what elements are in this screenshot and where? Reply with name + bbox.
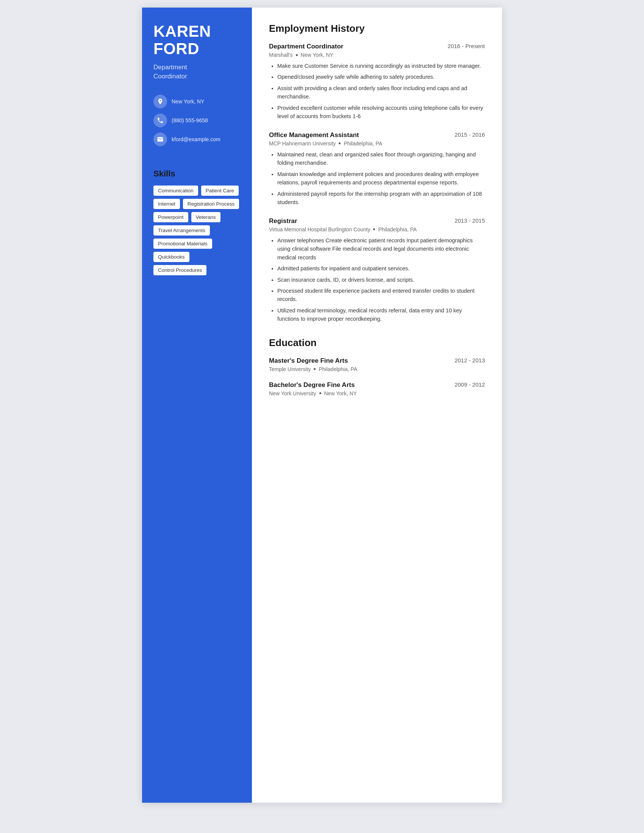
separator-dot bbox=[373, 228, 375, 230]
job-bullet-item: Maintain knowledge and implement policie… bbox=[277, 170, 485, 187]
candidate-name: KAREN FORD bbox=[153, 23, 241, 58]
job-dates: 2015 - 2016 bbox=[455, 131, 485, 138]
job-bullet-item: Answer telephones Create electronic pati… bbox=[277, 236, 485, 262]
separator-dot bbox=[314, 368, 316, 370]
job-bullet-item: Provided excellent customer while resolv… bbox=[277, 104, 485, 121]
job-title: Office Management Assistant bbox=[269, 131, 359, 139]
contact-section: New York, NY (880) 555-9658 kford@exampl… bbox=[153, 95, 241, 146]
separator-dot bbox=[339, 142, 341, 144]
separator-dot bbox=[296, 54, 298, 56]
skill-tag: Veterans bbox=[191, 212, 221, 222]
job-bullet-item: Administered payroll reports for the int… bbox=[277, 190, 485, 207]
job-dates: 2013 - 2015 bbox=[455, 217, 485, 224]
skill-tag: Powerpoint bbox=[153, 212, 188, 222]
email-text: kford@example.com bbox=[172, 136, 221, 142]
edu-school: New York University New York, NY bbox=[269, 391, 485, 396]
education-section: Education Master's Degree Fine Arts2012 … bbox=[269, 337, 485, 396]
edu-dates: 2012 - 2013 bbox=[455, 357, 485, 363]
contact-phone: (880) 555-9658 bbox=[153, 114, 241, 127]
contact-location: New York, NY bbox=[153, 95, 241, 108]
job-bullet-item: Make sure Customer Service is running ac… bbox=[277, 62, 485, 70]
employment-section: Employment History Department Coordinato… bbox=[269, 23, 485, 323]
skill-tag: Promotional Materials bbox=[153, 238, 212, 249]
edu-header: Bachelor's Degree Fine Arts2009 - 2012 bbox=[269, 381, 485, 389]
skills-heading: Skills bbox=[153, 169, 241, 179]
edu-header: Master's Degree Fine Arts2012 - 2013 bbox=[269, 357, 485, 365]
skill-tag: Patient Care bbox=[201, 185, 239, 196]
contact-email: kford@example.com bbox=[153, 132, 241, 146]
job-company: MCP Hahnemann University Philadelphia, P… bbox=[269, 140, 485, 146]
job-bullet-item: Assist with providing a clean and orderl… bbox=[277, 84, 485, 101]
skill-tag: Registration Process bbox=[183, 199, 240, 209]
candidate-title: DepartmentCoordinator bbox=[153, 63, 241, 81]
education-entry: Bachelor's Degree Fine Arts2009 - 2012Ne… bbox=[269, 381, 485, 396]
job-header: Registrar2013 - 2015 bbox=[269, 217, 485, 225]
skill-tag: Quickbooks bbox=[153, 252, 189, 262]
job-bullets: Maintained neat, clean and organized sal… bbox=[269, 150, 485, 207]
resume-container: KAREN FORD DepartmentCoordinator New Yor… bbox=[142, 8, 502, 803]
job-entry: Office Management Assistant2015 - 2016MC… bbox=[269, 131, 485, 207]
job-header: Department Coordinator2016 - Present bbox=[269, 43, 485, 50]
skill-tag: Control Procedures bbox=[153, 265, 206, 275]
job-bullet-item: Processed student life experience packet… bbox=[277, 286, 485, 304]
employment-heading: Employment History bbox=[269, 23, 485, 34]
edu-dates: 2009 - 2012 bbox=[455, 381, 485, 388]
skills-section: Skills CommunicationPatient CareInternet… bbox=[153, 169, 241, 275]
edu-degree: Master's Degree Fine Arts bbox=[269, 357, 348, 365]
job-bullets: Make sure Customer Service is running ac… bbox=[269, 62, 485, 121]
job-dates: 2016 - Present bbox=[448, 43, 485, 49]
job-bullet-item: Maintained neat, clean and organized sal… bbox=[277, 150, 485, 167]
job-title: Department Coordinator bbox=[269, 43, 343, 50]
phone-icon bbox=[153, 114, 167, 127]
job-entry: Registrar2013 - 2015Virtua Memorial Hosp… bbox=[269, 217, 485, 323]
job-title: Registrar bbox=[269, 217, 297, 225]
job-bullet-item: Admitted patients for inpatient and outp… bbox=[277, 264, 485, 273]
sidebar: KAREN FORD DepartmentCoordinator New Yor… bbox=[142, 8, 252, 803]
job-bullet-item: Scan insurance cards, ID, or drivers lic… bbox=[277, 276, 485, 284]
education-entry: Master's Degree Fine Arts2012 - 2013Temp… bbox=[269, 357, 485, 372]
job-bullet-item: Utilized medical terminology, medical re… bbox=[277, 306, 485, 323]
edu-school: Temple University Philadelphia, PA bbox=[269, 366, 485, 372]
phone-text: (880) 555-9658 bbox=[172, 117, 208, 124]
skill-tag: Communication bbox=[153, 185, 198, 196]
separator-dot bbox=[319, 392, 321, 394]
job-bullet-item: Opened/closed jewelry safe while adherin… bbox=[277, 73, 485, 81]
email-icon bbox=[153, 132, 167, 146]
job-company: Virtua Memorial Hospital Burlington Coun… bbox=[269, 227, 485, 233]
edu-degree: Bachelor's Degree Fine Arts bbox=[269, 381, 354, 389]
skill-tag: Travel Arrangements bbox=[153, 225, 210, 235]
location-icon bbox=[153, 95, 167, 108]
location-text: New York, NY bbox=[172, 98, 204, 105]
skill-tag: Internet bbox=[153, 199, 180, 209]
skills-tags: CommunicationPatient CareInternetRegistr… bbox=[153, 185, 241, 275]
main-content: Employment History Department Coordinato… bbox=[252, 8, 502, 803]
job-bullets: Answer telephones Create electronic pati… bbox=[269, 236, 485, 323]
job-company: Marshall's New York, NY bbox=[269, 52, 485, 58]
job-header: Office Management Assistant2015 - 2016 bbox=[269, 131, 485, 139]
job-entry: Department Coordinator2016 - PresentMars… bbox=[269, 43, 485, 121]
education-heading: Education bbox=[269, 337, 485, 349]
